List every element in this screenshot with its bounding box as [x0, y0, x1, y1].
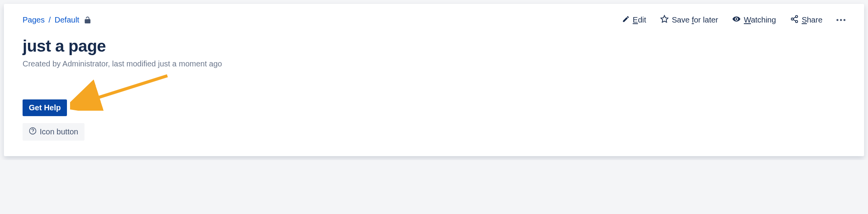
svg-marker-0 [661, 16, 668, 22]
watching-button[interactable]: Watching [732, 15, 776, 25]
more-actions-button[interactable] [836, 19, 845, 21]
save-for-later-button[interactable]: Save for later [660, 15, 718, 25]
icon-button[interactable]: Icon button [23, 123, 84, 141]
svg-line-5 [793, 19, 796, 21]
page-title: just a page [23, 37, 845, 56]
unlocked-icon[interactable] [83, 16, 92, 24]
svg-point-7 [33, 132, 33, 133]
share-button[interactable]: Share [790, 15, 822, 25]
page-actions: Edit Save for later Watching Share [622, 15, 845, 25]
pencil-icon [622, 15, 630, 25]
breadcrumb-current-link[interactable]: Default [54, 16, 79, 24]
svg-point-3 [795, 21, 798, 23]
page-card: Pages / Default Edit Save for later [4, 4, 864, 156]
breadcrumb-separator: / [49, 16, 51, 24]
get-help-button[interactable]: Get Help [23, 99, 67, 116]
page-meta: Created by Administrator, last modified … [23, 59, 845, 68]
svg-point-1 [795, 16, 798, 18]
edit-button[interactable]: Edit [622, 15, 646, 25]
svg-point-2 [791, 18, 793, 20]
share-label: Share [802, 16, 822, 24]
topbar: Pages / Default Edit Save for later [23, 15, 845, 25]
svg-line-9 [93, 76, 167, 99]
question-circle-icon [29, 127, 37, 137]
content-area: Get Help Icon button [23, 99, 845, 141]
svg-line-4 [793, 17, 796, 19]
star-icon [660, 15, 669, 25]
breadcrumb: Pages / Default [23, 16, 92, 24]
watching-label: Watching [744, 16, 776, 24]
save-for-later-label: Save for later [672, 16, 718, 24]
more-icon [836, 19, 845, 21]
icon-button-label: Icon button [40, 127, 78, 136]
edit-label: Edit [633, 16, 646, 24]
eye-icon [732, 15, 741, 25]
share-icon [790, 15, 799, 25]
breadcrumb-root-link[interactable]: Pages [23, 16, 45, 24]
